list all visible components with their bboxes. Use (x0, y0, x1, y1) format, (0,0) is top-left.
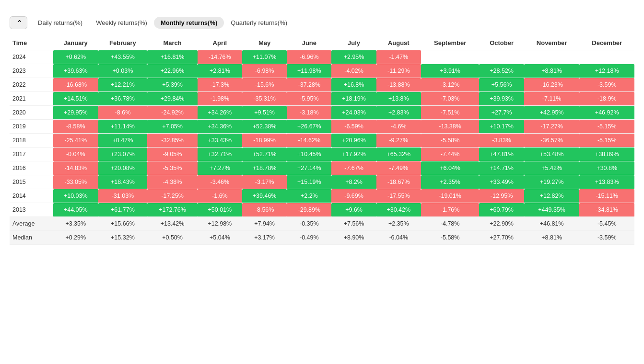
cell-2017-April: +32.71% (198, 148, 242, 161)
cell-2014-June: +2.2% (287, 189, 331, 203)
median-cell-5: -0.49% (287, 231, 331, 245)
cell-2022-April: -17.3% (198, 78, 242, 92)
cell-2013-June: -29.89% (287, 203, 331, 217)
cell-2019-August: -4.6% (376, 120, 421, 134)
period-button-3[interactable]: Quarterly returns(%) (224, 17, 294, 29)
cell-2016-August: -7.49% (376, 161, 421, 175)
cell-2019-February: +11.14% (98, 120, 148, 134)
col-header-march: March (147, 36, 197, 50)
cell-2023-November: +8.81% (524, 64, 580, 78)
cell-2013-January: +44.05% (53, 203, 98, 217)
cell-2013-October: +60.79% (479, 203, 524, 217)
median-cell-8: -5.58% (421, 231, 479, 245)
average-cell-7: +2.35% (376, 217, 421, 231)
cell-2021-September: -7.03% (421, 92, 479, 106)
cell-2020-April: +34.26% (198, 106, 242, 120)
toolbar: ⌃ Daily returns(%)Weekly returns(%)Month… (10, 16, 634, 29)
cell-2019-December: -5.15% (579, 120, 634, 134)
cell-2018-March: -32.85% (147, 134, 197, 148)
cell-2018-October: -3.83% (479, 134, 524, 148)
table-row: 2013+44.05%+61.77%+172.76%+50.01%-8.56%-… (10, 203, 634, 217)
period-button-1[interactable]: Weekly returns(%) (89, 17, 154, 29)
col-header-december: December (579, 36, 634, 50)
average-cell-2: +13.42% (147, 217, 197, 231)
cell-2022-November: -16.23% (524, 78, 580, 92)
table-row: 2021+14.51%+36.78%+29.84%-1.98%-35.31%-5… (10, 92, 634, 106)
year-cell-2024: 2024 (10, 50, 53, 64)
cell-2022-July: +16.8% (331, 78, 376, 92)
cell-2013-May: -8.56% (242, 203, 287, 217)
cell-2015-November: +19.27% (524, 175, 580, 189)
cell-2019-May: +52.38% (242, 120, 287, 134)
cell-2021-August: +13.8% (376, 92, 421, 106)
cell-2019-April: +34.36% (198, 120, 242, 134)
cell-2024-September (421, 50, 479, 64)
cell-2018-July: +20.96% (331, 134, 376, 148)
period-button-0[interactable]: Daily returns(%) (31, 17, 89, 29)
cell-2018-January: -25.41% (53, 134, 98, 148)
cell-2019-March: +7.05% (147, 120, 197, 134)
col-header-time: Time (10, 36, 53, 50)
cell-2015-December: +13.83% (579, 175, 634, 189)
average-cell-5: -0.35% (287, 217, 331, 231)
cell-2024-August: -1.47% (376, 50, 421, 64)
cell-2022-March: +5.39% (147, 78, 197, 92)
cell-2019-July: -6.59% (331, 120, 376, 134)
cell-2018-May: -18.99% (242, 134, 287, 148)
period-button-2[interactable]: Monthly returns(%) (154, 17, 224, 29)
average-cell-11: -5.45% (579, 217, 634, 231)
table-row: 2023+39.63%+0.03%+22.96%+2.81%-6.98%+11.… (10, 64, 634, 78)
average-label: Average (10, 217, 53, 231)
cell-2015-April: -3.46% (198, 175, 242, 189)
cell-2016-May: +18.78% (242, 161, 287, 175)
cell-2023-July: -4.02% (331, 64, 376, 78)
cell-2020-September: -7.51% (421, 106, 479, 120)
cell-2017-August: +65.32% (376, 148, 421, 161)
period-selector: Daily returns(%)Weekly returns(%)Monthly… (31, 17, 294, 29)
cell-2018-February: +0.47% (98, 134, 148, 148)
col-header-july: July (331, 36, 376, 50)
cell-2019-October: +10.17% (479, 120, 524, 134)
cell-2015-July: +8.2% (331, 175, 376, 189)
cell-2023-January: +39.63% (53, 64, 98, 78)
cell-2019-September: -13.38% (421, 120, 479, 134)
table-row: 2015-33.05%+18.43%-4.38%-3.46%-3.17%+15.… (10, 175, 634, 189)
cell-2020-February: -8.6% (98, 106, 148, 120)
cell-2018-August: -9.27% (376, 134, 421, 148)
cell-2024-December (579, 50, 634, 64)
cell-2019-November: -17.27% (524, 120, 580, 134)
cell-2018-April: +33.43% (198, 134, 242, 148)
cell-2022-August: -13.88% (376, 78, 421, 92)
cell-2021-April: -1.98% (198, 92, 242, 106)
cell-2023-February: +0.03% (98, 64, 148, 78)
cell-2016-November: +5.42% (524, 161, 580, 175)
col-header-november: November (524, 36, 580, 50)
col-header-january: January (53, 36, 98, 50)
cell-2020-November: +42.95% (524, 106, 580, 120)
cell-2015-February: +18.43% (98, 175, 148, 189)
median-cell-11: -3.59% (579, 231, 634, 245)
cell-2014-April: -1.6% (198, 189, 242, 203)
average-cell-9: +22.90% (479, 217, 524, 231)
cell-2013-April: +50.01% (198, 203, 242, 217)
table-row: 2016-14.83%+20.08%-5.35%+7.27%+18.78%+27… (10, 161, 634, 175)
table-row: 2024+0.62%+43.55%+16.81%-14.76%+11.07%-6… (10, 50, 634, 64)
cell-2013-November: +449.35% (524, 203, 580, 217)
cell-2023-June: +11.98% (287, 64, 331, 78)
cell-2022-June: -37.28% (287, 78, 331, 92)
cell-2019-January: -8.58% (53, 120, 98, 134)
cell-2021-June: -5.95% (287, 92, 331, 106)
cell-2024-June: -6.96% (287, 50, 331, 64)
cell-2016-October: +14.71% (479, 161, 524, 175)
cell-2013-August: +30.42% (376, 203, 421, 217)
cell-2014-November: +12.82% (524, 189, 580, 203)
average-row: Average+3.35%+15.66%+13.42%+12.98%+7.94%… (10, 217, 634, 231)
cell-2013-September: -1.76% (421, 203, 479, 217)
ticker-button[interactable]: ⌃ (10, 16, 27, 29)
cell-2017-December: +38.89% (579, 148, 634, 161)
cell-2024-March: +16.81% (147, 50, 197, 64)
table-row: 2014+10.03%-31.03%-17.25%-1.6%+39.46%+2.… (10, 189, 634, 203)
cell-2023-December: +12.18% (579, 64, 634, 78)
cell-2021-March: +29.84% (147, 92, 197, 106)
col-header-february: February (98, 36, 148, 50)
